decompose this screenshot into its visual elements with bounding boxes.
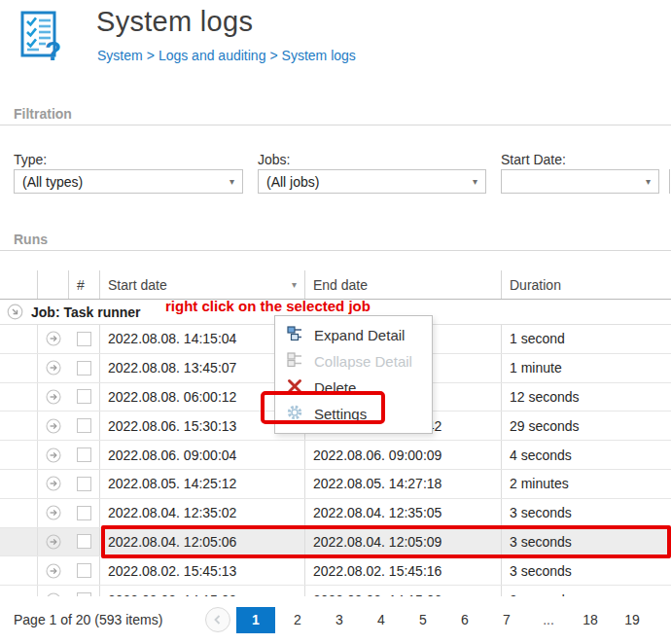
start-date-cell: 2022.08.02. 14:15:03 (99, 586, 304, 596)
start-date-cell: 2022.08.06. 09:00:04 (99, 441, 304, 469)
table-row[interactable]: 2022.08.06. 09:00:04 2022.08.06. 09:00:0… (0, 441, 671, 470)
runs-divider (0, 250, 671, 251)
duration-cell: 1 minute (501, 354, 671, 382)
collapse-detail-icon (287, 352, 302, 371)
start-date-cell: 2022.08.02. 15:45:13 (99, 556, 304, 585)
checkbox-icon[interactable] (77, 592, 91, 596)
row-checkbox[interactable] (68, 470, 99, 498)
chevron-down-icon: ▾ (646, 177, 651, 187)
jobs-filter-label: Jobs: (258, 152, 290, 167)
expand-row-icon[interactable] (37, 556, 68, 585)
header-duration-column[interactable]: Duration (501, 270, 671, 299)
breadcrumb-separator: > (265, 48, 281, 63)
expand-row-icon[interactable] (37, 499, 68, 527)
page-number-list: 1234567...1819 (236, 607, 654, 633)
row-checkbox[interactable] (68, 528, 99, 556)
system-logs-checklist-icon: ? (16, 10, 61, 66)
system-logs-page: ? System logs System>Logs and auditing>S… (0, 0, 671, 644)
start-date-filter-dropdown[interactable]: ▾ (501, 169, 659, 194)
checkbox-icon[interactable] (77, 506, 91, 520)
breadcrumb-system[interactable]: System (97, 48, 143, 63)
expand-row-icon[interactable] (37, 441, 68, 469)
right-click-annotation: right click on the selected job (165, 298, 371, 314)
menu-item-label: Collapse Detail (314, 353, 412, 370)
header-expand-column (0, 270, 37, 299)
row-checkbox[interactable] (68, 383, 99, 411)
filtration-section-label: Filtration (14, 106, 72, 122)
table-row[interactable]: 2022.08.04. 12:35:02 2022.08.04. 12:35:0… (0, 499, 671, 528)
row-checkbox[interactable] (68, 586, 99, 596)
checkbox-icon[interactable] (77, 332, 91, 346)
menu-item-label: Expand Detail (314, 327, 405, 343)
page-number-7[interactable]: 7 (487, 607, 526, 633)
duration-cell: 3 seconds (501, 586, 671, 596)
header-end-date-column[interactable]: End date (304, 270, 501, 299)
settings-highlight-box (261, 391, 385, 424)
page-number-6[interactable]: 6 (445, 607, 484, 633)
page-number-18[interactable]: 18 (571, 607, 610, 633)
breadcrumb-system-logs[interactable]: System logs (282, 48, 356, 63)
expand-row-icon[interactable] (37, 470, 68, 498)
type-filter-label: Type: (14, 152, 47, 167)
expand-row-icon[interactable] (37, 411, 68, 440)
jobs-filter-dropdown[interactable]: (All jobs) ▾ (258, 169, 486, 194)
breadcrumb-logs-and-auditing[interactable]: Logs and auditing (159, 48, 266, 63)
chevron-down-icon: ▾ (230, 177, 234, 187)
start-date-filter-label: Start Date: (501, 152, 566, 167)
row-indent-cell (0, 383, 37, 411)
checkbox-icon[interactable] (77, 447, 91, 462)
checkbox-icon[interactable] (77, 477, 91, 491)
menu-item-collapse-detail[interactable]: Collapse Detail (275, 348, 432, 375)
header-arrow-column (37, 270, 68, 299)
row-checkbox[interactable] (68, 441, 99, 469)
table-row[interactable]: 2022.08.02. 14:15:03 2022.08.02. 14:15:0… (0, 586, 671, 596)
row-indent-cell (0, 586, 37, 596)
row-indent-cell (0, 354, 37, 382)
page-number-2[interactable]: 2 (278, 607, 317, 633)
checkbox-icon[interactable] (77, 563, 91, 578)
duration-cell: 3 seconds (501, 499, 671, 527)
row-checkbox[interactable] (68, 354, 99, 382)
table-row[interactable]: 2022.08.02. 15:45:13 2022.08.02. 15:45:1… (0, 556, 671, 586)
header-number-column: # (68, 270, 99, 299)
duration-cell: 2 minutes (501, 470, 671, 498)
row-indent-cell (0, 556, 37, 585)
expand-row-icon[interactable] (37, 383, 68, 411)
duration-cell: 4 seconds (501, 441, 671, 469)
row-checkbox[interactable] (68, 325, 99, 353)
row-indent-cell (0, 411, 37, 440)
checkbox-icon[interactable] (77, 418, 91, 433)
checkbox-icon[interactable] (77, 361, 91, 376)
expand-row-icon[interactable] (37, 354, 68, 382)
row-checkbox[interactable] (68, 499, 99, 527)
checkbox-icon[interactable] (77, 389, 91, 404)
end-date-cell: 2022.08.05. 14:27:18 (304, 470, 501, 498)
expand-row-icon[interactable] (37, 528, 68, 556)
expand-row-icon[interactable] (37, 586, 68, 596)
duration-cell: 12 seconds (501, 383, 671, 411)
page-number-1[interactable]: 1 (236, 607, 275, 633)
chevron-down-icon: ▾ (473, 177, 477, 187)
page-summary: Page 1 of 20 (593 items) (14, 612, 162, 627)
svg-text:?: ? (45, 36, 61, 62)
jobs-filter-value: (All jobs) (266, 174, 319, 190)
collapse-group-icon[interactable] (7, 304, 23, 320)
job-group-label: Job: Task runner (31, 304, 141, 320)
checkbox-icon[interactable] (77, 534, 91, 549)
menu-item-expand-detail[interactable]: Expand Detail (275, 322, 432, 348)
row-checkbox[interactable] (68, 556, 99, 585)
breadcrumb-separator: > (143, 48, 159, 63)
expand-row-icon[interactable] (37, 325, 68, 353)
page-number-3[interactable]: 3 (320, 607, 359, 633)
type-filter-dropdown[interactable]: (All types) ▾ (14, 169, 243, 194)
row-checkbox[interactable] (68, 411, 99, 440)
expand-detail-icon (287, 326, 302, 344)
header-start-date-column[interactable]: Start date▾ (99, 270, 304, 299)
prev-page-button[interactable] (205, 607, 230, 632)
page-number-19[interactable]: 19 (613, 607, 652, 633)
page-number-5[interactable]: 5 (404, 607, 442, 633)
page-number-4[interactable]: 4 (362, 607, 401, 633)
row-indent-cell (0, 441, 37, 469)
sort-caret-icon[interactable]: ▾ (292, 279, 297, 290)
table-row[interactable]: 2022.08.05. 14:25:12 2022.08.05. 14:27:1… (0, 470, 671, 499)
